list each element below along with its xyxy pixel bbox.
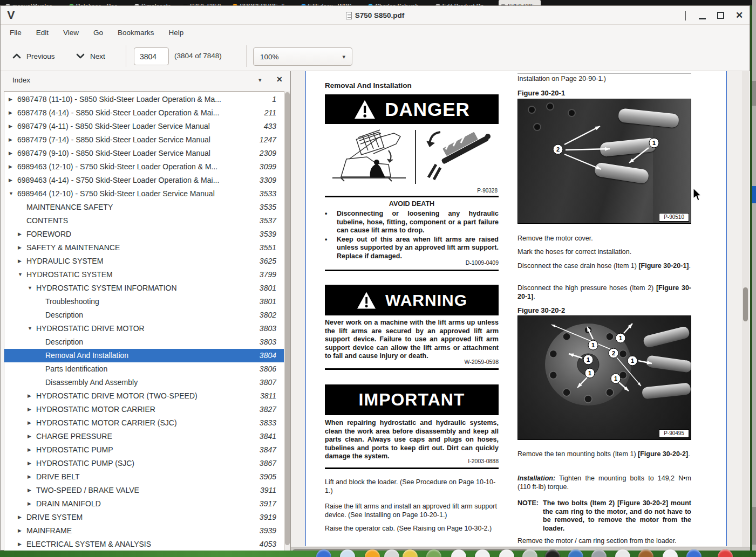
index-tree-item[interactable]: ▶HYDROSTATIC PUMP (SJC)3867 (4, 457, 284, 470)
index-tree-item[interactable]: ▶TWO-SPEED / BRAKE VALVE3911 (4, 484, 284, 497)
index-tree-item[interactable]: ▼6989464 (12-10) - S750 Skid-Steer Loade… (4, 187, 284, 201)
sidebar-scrollbar-thumb[interactable] (285, 92, 290, 545)
tree-item-page-number: 3905 (260, 470, 276, 484)
tree-expanded-icon[interactable]: ▼ (28, 322, 32, 335)
maximize-button[interactable] (716, 11, 726, 20)
index-tree-item[interactable]: ▶HYDROSTATIC PUMP3847 (4, 443, 284, 457)
index-tree-item[interactable]: ▶HYDRAULIC SYSTEM3625 (4, 255, 284, 268)
tree-collapsed-icon[interactable]: ▶ (18, 228, 22, 241)
previous-page-button[interactable]: Previous (12, 47, 55, 65)
index-tree-item[interactable]: ▶HYDROSTATIC MOTOR CARRIER (SJC)3833 (4, 416, 284, 430)
sidebar-title[interactable]: Index (12, 76, 30, 84)
tree-item-page-number: 3535 (260, 201, 276, 214)
index-tree-item[interactable]: ▶DRAIN MANIFOLD3917 (4, 497, 284, 511)
index-tree-item[interactable]: ▶HYDROSTATIC DRIVE MOTOR (TWO-SPEED)3811 (4, 389, 284, 403)
index-tree-item[interactable]: ▶HYDROSTATIC MOTOR CARRIER3827 (4, 403, 284, 416)
tree-collapsed-icon[interactable]: ▶ (28, 497, 31, 511)
index-tree-item[interactable]: ▶6989463 (4-14) - S750 Skid-Steer Loader… (4, 174, 284, 187)
index-tree-item[interactable]: ▶6989463 (12-10) - S750 Skid-Steer Loade… (4, 160, 284, 174)
taskbar-window-item[interactable]: Simplenote (132, 0, 173, 5)
tree-collapsed-icon[interactable]: ▶ (28, 403, 31, 416)
taskbar-window-item[interactable]: ETF.docx - WPS... (299, 0, 359, 5)
sidebar-mode-dropdown-icon[interactable]: ▾ (258, 77, 262, 84)
tree-collapsed-icon[interactable]: ▶ (28, 484, 31, 497)
index-tree-item[interactable]: ▶DRIVE SYSTEM3919 (4, 511, 284, 524)
tree-item-page-number: 3099 (260, 160, 276, 174)
tree-collapsed-icon[interactable]: ▶ (18, 538, 22, 551)
taskbar-window-item[interactable]: PROCEDURE_T... (230, 0, 291, 5)
tree-collapsed-icon[interactable]: ▶ (28, 443, 31, 457)
tree-collapsed-icon[interactable]: ▶ (9, 147, 12, 160)
tree-collapsed-icon[interactable]: ▶ (9, 133, 12, 147)
index-tree-item[interactable]: ▶6987478 (4-14) - S850 Skid-Steer Loader… (4, 106, 284, 120)
taskbar-window-item[interactable]: Database - Ree... (67, 0, 125, 5)
index-tree-item[interactable]: Description3803 (4, 335, 284, 349)
index-tree-item[interactable]: ▶6987479 (7-14) - S850 Skid-Steer Loader… (4, 133, 284, 147)
tree-item-page-number: 3919 (260, 511, 276, 524)
tree-collapsed-icon[interactable]: ▶ (9, 160, 12, 174)
index-tree-item[interactable]: Disassembly And Assembly3807 (4, 376, 284, 389)
tree-item-label: HYDROSTATIC DRIVE MOTOR (36, 322, 145, 335)
index-tree-item[interactable]: CONTENTS3537 (4, 214, 284, 228)
tree-collapsed-icon[interactable]: ▶ (18, 511, 22, 524)
tree-collapsed-icon[interactable]: ▶ (9, 174, 12, 187)
tree-collapsed-icon[interactable]: ▶ (28, 430, 31, 443)
tree-expanded-icon[interactable]: ▼ (18, 268, 23, 281)
tree-collapsed-icon[interactable]: ▶ (18, 524, 22, 538)
menu-item-bookmarks[interactable]: Bookmarks (118, 29, 154, 37)
index-tree-item[interactable]: ▶FOREWORD3539 (4, 228, 284, 241)
menu-item-edit[interactable]: Edit (36, 29, 49, 37)
taskbar-window-item[interactable]: S750 S85... (499, 0, 541, 5)
menu-item-help[interactable]: Help (169, 29, 184, 37)
index-tree-item[interactable]: Troubleshooting3801 (4, 295, 284, 308)
divider-rule (325, 196, 499, 197)
index-tree-item[interactable]: ▶6987479 (9-10) - S850 Skid-Steer Loader… (4, 147, 284, 160)
sidebar-scrollbar[interactable] (284, 91, 290, 553)
tree-collapsed-icon[interactable]: ▶ (28, 416, 31, 430)
taskbar-window-item[interactable]: Edit Product Do... (433, 0, 491, 5)
index-tree-item[interactable]: ▶6987478 (11-10) - S850 Skid-Steer Loade… (4, 93, 284, 106)
index-tree-item[interactable]: MAINTENANCE SAFETY3535 (4, 201, 284, 214)
tree-collapsed-icon[interactable]: ▶ (18, 241, 22, 255)
chevron-down-icon: ▾ (342, 53, 345, 60)
index-tree-item[interactable]: ▶6987479 (4-11) - S850 Skid-Steer Loader… (4, 120, 284, 133)
bullet-icon: • (325, 210, 337, 235)
tree-collapsed-icon[interactable]: ▶ (9, 120, 12, 133)
next-page-button[interactable]: Next (76, 47, 105, 65)
menu-item-view[interactable]: View (63, 29, 79, 37)
index-tree-item[interactable]: ▶ELECTRICAL SYSTEM & ANALYSIS4053 (4, 538, 284, 551)
index-tree-item[interactable]: ▶MAINFRAME3939 (4, 524, 284, 538)
index-tree-item[interactable]: ▼HYDROSTATIC SYSTEM3799 (4, 268, 284, 281)
index-tree-item[interactable]: ▶SAFETY & MAINTENANCE3551 (4, 241, 284, 255)
tree-collapsed-icon[interactable]: ▶ (9, 93, 12, 106)
index-tree-item[interactable]: ▼HYDROSTATIC SYSTEM INFORMATION3801 (4, 281, 284, 295)
tree-expanded-icon[interactable]: ▼ (9, 187, 13, 201)
tree-collapsed-icon[interactable]: ▶ (18, 255, 22, 268)
menu-item-file[interactable]: File (10, 29, 22, 37)
tree-collapsed-icon[interactable]: ▶ (28, 457, 31, 470)
tree-collapsed-icon[interactable]: ▶ (28, 389, 31, 403)
zoom-level-select[interactable]: 100% ▾ (253, 47, 352, 66)
taskbar-window-item[interactable]: manual@uplos... (3, 0, 59, 5)
taskbar-window-item[interactable]: Charles Schwab... (366, 0, 425, 5)
page-number-input[interactable] (134, 47, 169, 65)
index-tree-item[interactable]: Description3802 (4, 308, 284, 322)
pdf-vertical-scrollbar-thumb[interactable] (743, 287, 748, 321)
index-tree-item[interactable]: Removal And Installation3804 (4, 349, 284, 362)
close-button[interactable]: ✕ (734, 11, 744, 20)
procedure-step: Raise the lift arms and install an appro… (325, 503, 499, 519)
tree-collapsed-icon[interactable]: ▶ (9, 106, 12, 120)
index-tree-item[interactable]: Parts Identification3806 (4, 362, 284, 376)
sidebar-close-button[interactable]: ✕ (276, 75, 283, 84)
menu-item-go[interactable]: Go (93, 29, 103, 37)
index-tree-item[interactable]: ▶DRIVE BELT3905 (4, 470, 284, 484)
tree-collapsed-icon[interactable]: ▶ (28, 470, 31, 484)
taskbar-window-item[interactable]: S750_S850 (181, 0, 223, 5)
tree-expanded-icon[interactable]: ▼ (28, 281, 32, 295)
tree-item-page-number: 3801 (260, 281, 276, 295)
index-tree-item[interactable]: ▶CHARGE PRESSURE3841 (4, 430, 284, 443)
index-tree-item[interactable]: ▼HYDROSTATIC DRIVE MOTOR3803 (4, 322, 284, 335)
warning-banner: WARNING (325, 285, 499, 315)
minimize-button[interactable] (698, 11, 707, 20)
pdf-vertical-scrollbar[interactable] (742, 71, 749, 547)
